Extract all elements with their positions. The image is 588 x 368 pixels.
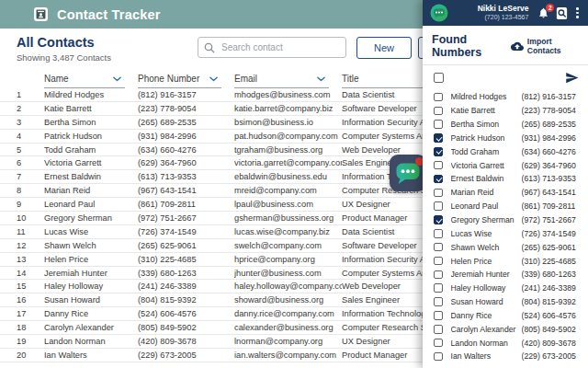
contact-email: haley.holloway@company.com xyxy=(234,282,342,291)
contact-checkbox[interactable] xyxy=(434,229,443,238)
found-number-row: Patrick Hudson (931) 984-2996 xyxy=(423,132,588,145)
contact-card-icon xyxy=(33,6,49,22)
found-contact-phone: (634) 660-4276 xyxy=(522,147,576,156)
chat-widget-button[interactable] xyxy=(390,155,426,191)
row-number: 9 xyxy=(17,200,44,209)
found-contact-phone: (861) 709-2811 xyxy=(522,201,576,211)
row-number: 16 xyxy=(17,295,44,305)
contact-email: lucas.wise@company.biz xyxy=(234,227,342,236)
contact-email: bsimon@business.io xyxy=(234,118,342,127)
contact-phone: (972) 751-2667 xyxy=(138,213,234,223)
contact-checkbox[interactable] xyxy=(434,325,443,334)
found-number-row: Mildred Hodges (812) 916-3157 xyxy=(423,90,588,104)
found-contact-name: Todd Graham xyxy=(451,147,522,156)
contact-checkbox[interactable] xyxy=(434,120,443,129)
contact-email: gsherman@bussiness.org xyxy=(234,213,342,223)
contact-checkbox[interactable] xyxy=(434,215,443,224)
found-contact-name: Gregory Sherman xyxy=(451,215,522,224)
user-phone: (720) 123-4567 xyxy=(478,14,529,21)
row-number: 4 xyxy=(17,132,44,141)
found-number-row: Gregory Sherman (972) 751-2667 xyxy=(423,213,588,227)
more-menu-icon[interactable] xyxy=(573,7,582,17)
chevron-down-icon[interactable] xyxy=(317,76,325,82)
found-contact-name: Ian Walters xyxy=(451,351,522,361)
found-number-row: Ian Walters (229) 673-2005 xyxy=(423,350,588,363)
select-all-checkbox[interactable] xyxy=(434,73,444,83)
contact-email: lnorman@company.org xyxy=(234,337,342,346)
contact-phone: (804) 815-9392 xyxy=(138,295,234,305)
new-contact-button[interactable]: New xyxy=(356,37,412,59)
contact-checkbox[interactable] xyxy=(434,352,443,362)
contact-checkbox[interactable] xyxy=(434,283,443,293)
contact-phone: (223) 778-9054 xyxy=(138,104,234,113)
chevron-down-icon[interactable] xyxy=(209,76,218,82)
search-input[interactable] xyxy=(220,41,340,53)
found-contact-name: Jeremiah Hunter xyxy=(451,270,522,279)
contact-phone: (265) 625-9061 xyxy=(138,241,234,250)
found-contact-name: Landon Norman xyxy=(451,339,522,348)
contact-name: Ian Walters xyxy=(44,351,138,360)
found-contact-name: Patrick Hudson xyxy=(451,133,522,143)
contact-checkbox[interactable] xyxy=(434,161,443,170)
search-box[interactable] xyxy=(198,37,346,58)
contact-email: ebaldwin@business.edu xyxy=(234,172,342,181)
found-contact-phone: (967) 643-1541 xyxy=(522,188,576,197)
cloud-upload-icon xyxy=(511,41,524,51)
found-contact-phone: (223) 778-9054 xyxy=(522,106,576,115)
contact-phone: (861) 709-2811 xyxy=(138,200,234,209)
found-contact-name: Victoria Garrett xyxy=(451,161,522,170)
contact-email: swelch@company.com xyxy=(234,241,342,250)
contact-name: Landon Norman xyxy=(44,337,138,346)
contact-checkbox[interactable] xyxy=(434,147,443,156)
notifications-bell-icon[interactable]: 2 xyxy=(537,6,550,20)
user-account-block[interactable]: Nikki LeServe (720) 123-4567 xyxy=(478,5,529,21)
contact-checkbox[interactable] xyxy=(434,243,443,252)
found-contact-phone: (931) 984-2996 xyxy=(522,133,576,143)
contact-checkbox[interactable] xyxy=(434,133,443,143)
contact-checkbox[interactable] xyxy=(434,201,443,211)
contact-name: Ernest Baldwin xyxy=(44,172,138,181)
found-contact-name: Carolyn Alexander xyxy=(451,325,522,334)
found-contact-phone: (265) 625-9061 xyxy=(522,243,576,252)
contact-checkbox[interactable] xyxy=(434,175,443,184)
contact-checkbox[interactable] xyxy=(434,339,443,348)
chevron-down-icon[interactable] xyxy=(113,76,121,82)
contact-checkbox[interactable] xyxy=(434,257,443,266)
contact-checkbox[interactable] xyxy=(434,189,443,198)
contact-name: Leonard Paul xyxy=(44,200,138,209)
contact-name: Danny Rice xyxy=(44,309,138,318)
contact-checkbox[interactable] xyxy=(434,107,443,116)
found-number-row: Haley Holloway (241) 246-3389 xyxy=(423,282,588,295)
contact-phone: (805) 849-5902 xyxy=(138,323,234,332)
found-number-row: Danny Rice (524) 606-4576 xyxy=(423,309,588,323)
row-number: 17 xyxy=(17,309,44,318)
found-contact-name: Leonard Paul xyxy=(451,201,522,211)
contact-checkbox[interactable] xyxy=(434,311,443,320)
row-number: 1 xyxy=(17,90,44,99)
import-contacts-button[interactable]: Import Contacts xyxy=(511,37,580,55)
found-number-row: Landon Norman (420) 809-3678 xyxy=(423,336,588,350)
contact-email: victoria.garret@company.com xyxy=(234,158,342,167)
column-header-phone[interactable]: Phone Number xyxy=(138,70,221,88)
row-number: 19 xyxy=(17,337,44,346)
contact-name: Victoria Garrett xyxy=(44,158,138,167)
found-number-row: Shawn Welch (265) 625-9061 xyxy=(423,240,588,254)
contact-phone: (241) 246-3389 xyxy=(138,282,234,291)
contact-phone: (339) 680-1263 xyxy=(138,269,234,278)
found-contact-phone: (229) 673-2005 xyxy=(522,351,576,361)
found-contact-name: Haley Holloway xyxy=(451,283,522,293)
contact-phone: (229) 673-2005 xyxy=(138,351,234,360)
panel-title-row: Found Numbers Import Contacts xyxy=(423,26,588,65)
found-contact-phone: (241) 246-3389 xyxy=(522,283,576,293)
search-document-icon[interactable] xyxy=(555,6,569,20)
row-number: 12 xyxy=(17,241,44,250)
contact-checkbox[interactable] xyxy=(434,93,443,102)
contact-email: ian.walters@company.com xyxy=(234,351,342,360)
column-header-email[interactable]: Email xyxy=(234,70,329,88)
contact-checkbox[interactable] xyxy=(434,270,443,280)
send-icon[interactable] xyxy=(565,71,579,85)
column-header-name[interactable]: Name xyxy=(44,70,125,88)
brand-chat-icon xyxy=(430,4,448,22)
contact-checkbox[interactable] xyxy=(434,297,443,306)
contact-phone: (967) 643-1541 xyxy=(138,186,234,195)
